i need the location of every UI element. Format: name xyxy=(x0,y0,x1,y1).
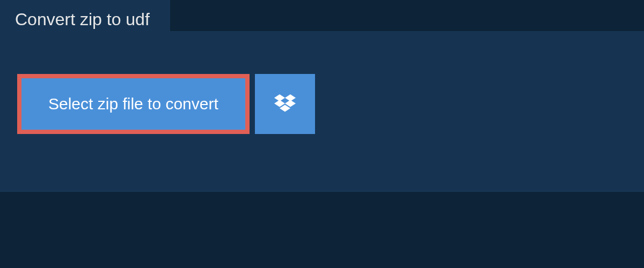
dropbox-button[interactable] xyxy=(255,74,315,134)
dropbox-icon xyxy=(274,94,296,114)
button-row: Select zip file to convert xyxy=(0,31,644,134)
tab-title: Convert zip to udf xyxy=(0,0,170,39)
converter-panel: Convert zip to udf Select zip file to co… xyxy=(0,31,644,192)
tab-title-text: Convert zip to udf xyxy=(15,10,150,29)
select-file-button[interactable]: Select zip file to convert xyxy=(17,74,250,134)
select-file-label: Select zip file to convert xyxy=(48,95,218,113)
